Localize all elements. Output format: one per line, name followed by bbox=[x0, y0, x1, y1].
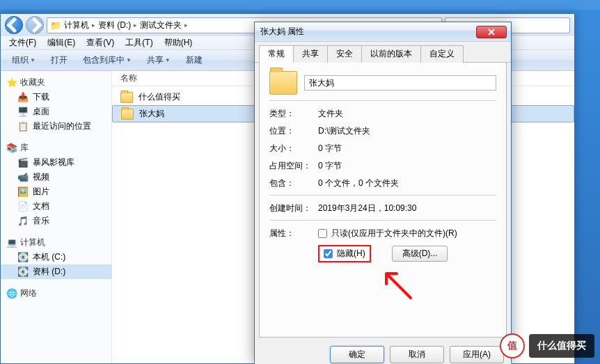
crumb-folder[interactable]: 测试文件夹 bbox=[140, 19, 182, 31]
created-value: 2019年3月24日，10:09:30 bbox=[318, 203, 416, 214]
video-icon: 📹 bbox=[17, 172, 29, 183]
close-button[interactable] bbox=[476, 26, 507, 38]
dialog-body: 类型：文件夹 位置：D:\测试文件夹 大小：0 字节 占用空间：0 字节 包含：… bbox=[259, 63, 507, 338]
documents-icon: 📄 bbox=[17, 201, 29, 212]
dialog-title: 张大妈 属性 bbox=[259, 26, 476, 38]
tab-sharing[interactable]: 共享 bbox=[293, 45, 328, 63]
hidden-highlight: 隐藏(H) bbox=[318, 245, 371, 262]
divider bbox=[269, 100, 496, 101]
folder-icon bbox=[121, 109, 134, 120]
attributes-label: 属性： bbox=[269, 228, 311, 239]
contains-value: 0 个文件，0 个文件夹 bbox=[318, 177, 399, 189]
created-label: 创建时间： bbox=[269, 203, 311, 214]
sidebar-favorites-header[interactable]: ⭐收藏夹 bbox=[1, 75, 111, 90]
new-button[interactable]: 新建 bbox=[180, 53, 208, 68]
type-value: 文件夹 bbox=[318, 108, 343, 120]
hidden-label: 隐藏(H) bbox=[337, 248, 365, 260]
location-value: D:\测试文件夹 bbox=[318, 125, 370, 137]
divider bbox=[269, 195, 496, 196]
hidden-checkbox[interactable] bbox=[324, 249, 333, 258]
crumb-drive[interactable]: 资料 (D:) bbox=[98, 19, 131, 31]
computer-icon: 💻 bbox=[6, 237, 17, 248]
tab-previous[interactable]: 以前的版本 bbox=[361, 45, 421, 63]
menu-edit[interactable]: 编辑(E) bbox=[43, 36, 79, 49]
recent-icon: 📋 bbox=[17, 121, 29, 132]
readonly-checkbox[interactable] bbox=[318, 229, 327, 238]
apply-button[interactable]: 应用(A) bbox=[450, 346, 504, 363]
dialog-footer: 确定 取消 应用(A) bbox=[255, 342, 511, 364]
sidebar-item-desktop[interactable]: 🖥️桌面 bbox=[1, 104, 111, 119]
organize-button[interactable]: 组织▼ bbox=[6, 53, 41, 68]
menu-view[interactable]: 查看(V) bbox=[82, 36, 118, 49]
sidebar-item-documents[interactable]: 📄文档 bbox=[1, 199, 111, 214]
download-icon: 📥 bbox=[17, 92, 29, 103]
star-icon: ⭐ bbox=[6, 77, 17, 88]
dialog-titlebar[interactable]: 张大妈 属性 bbox=[255, 22, 511, 42]
dialog-tabs: 常规 共享 安全 以前的版本 自定义 bbox=[255, 42, 511, 63]
sidebar-network-header[interactable]: 🌐网络 bbox=[1, 286, 111, 301]
network-icon: 🌐 bbox=[6, 288, 17, 299]
ok-button[interactable]: 确定 bbox=[330, 346, 384, 363]
watermark-text: 什么值得买 bbox=[529, 334, 594, 358]
tab-security[interactable]: 安全 bbox=[327, 45, 362, 63]
chevron-right-icon: ▸ bbox=[184, 22, 188, 29]
sidebar-item-recent[interactable]: 📋最近访问的位置 bbox=[1, 119, 111, 134]
tab-custom[interactable]: 自定义 bbox=[420, 45, 464, 63]
nav-back-button[interactable] bbox=[5, 16, 23, 34]
contains-label: 包含： bbox=[269, 177, 311, 189]
properties-dialog: 张大妈 属性 常规 共享 安全 以前的版本 自定义 类型：文件夹 位置：D:\测… bbox=[254, 22, 512, 363]
disk-label: 占用空间： bbox=[269, 160, 311, 172]
size-value: 0 字节 bbox=[318, 143, 342, 155]
share-button[interactable]: 共享▼ bbox=[141, 53, 176, 68]
sidebar-computer-header[interactable]: 💻计算机 bbox=[1, 235, 111, 250]
size-label: 大小： bbox=[269, 143, 311, 155]
chevron-right-icon: ▸ bbox=[92, 22, 95, 29]
library-icon: 📚 bbox=[6, 143, 17, 154]
sidebar-libraries-header[interactable]: 📚库 bbox=[1, 141, 111, 155]
cancel-button[interactable]: 取消 bbox=[390, 346, 444, 363]
drive-icon: 💽 bbox=[17, 267, 29, 278]
crumb-root[interactable]: 计算机 bbox=[64, 19, 89, 31]
sidebar-item-music[interactable]: 🎵音乐 bbox=[1, 214, 111, 228]
readonly-label: 只读(仅应用于文件夹中的文件)(R) bbox=[331, 228, 457, 239]
desktop-icon: 🖥️ bbox=[17, 106, 29, 118]
chevron-right-icon: ▸ bbox=[134, 22, 137, 29]
folder-name-input[interactable] bbox=[304, 75, 496, 90]
pictures-icon: 🖼️ bbox=[17, 187, 29, 198]
include-button[interactable]: 包含到库中▼ bbox=[77, 53, 137, 68]
sidebar-item-downloads[interactable]: 📥下载 bbox=[1, 90, 111, 104]
music-icon: 🎵 bbox=[17, 216, 29, 227]
divider bbox=[269, 220, 496, 221]
sidebar-item-pictures[interactable]: 🖼️图片 bbox=[1, 184, 111, 199]
location-label: 位置： bbox=[269, 125, 311, 137]
open-button[interactable]: 打开 bbox=[45, 53, 73, 68]
sidebar-item-videos[interactable]: 📹视频 bbox=[1, 170, 111, 184]
drive-icon: 💽 bbox=[17, 252, 29, 263]
sidebar-item-drive-c[interactable]: 💽本机 (C:) bbox=[1, 250, 111, 264]
menu-file[interactable]: 文件(F) bbox=[5, 36, 40, 49]
sidebar-item-baofeng[interactable]: 🎬暴风影视库 bbox=[1, 155, 111, 170]
advanced-button[interactable]: 高级(D)... bbox=[392, 246, 448, 262]
watermark: 值 什么值得买 bbox=[500, 333, 594, 358]
sidebar-item-drive-d[interactable]: 💽资料 (D:) bbox=[1, 264, 111, 279]
tab-general[interactable]: 常规 bbox=[259, 45, 294, 63]
folder-icon: 📁 bbox=[50, 19, 61, 31]
nav-forward-button[interactable] bbox=[26, 16, 44, 34]
video-icon: 🎬 bbox=[17, 157, 29, 168]
menu-help[interactable]: 帮助(H) bbox=[160, 36, 197, 49]
menu-tools[interactable]: 工具(T) bbox=[121, 36, 157, 49]
folder-icon bbox=[120, 92, 133, 103]
sidebar: ⭐收藏夹 📥下载 🖥️桌面 📋最近访问的位置 📚库 🎬暴风影视库 📹视频 🖼️图… bbox=[1, 71, 112, 363]
folder-icon bbox=[269, 71, 297, 95]
disk-value: 0 字节 bbox=[318, 160, 342, 172]
type-label: 类型： bbox=[269, 108, 311, 120]
watermark-icon: 值 bbox=[500, 333, 525, 358]
